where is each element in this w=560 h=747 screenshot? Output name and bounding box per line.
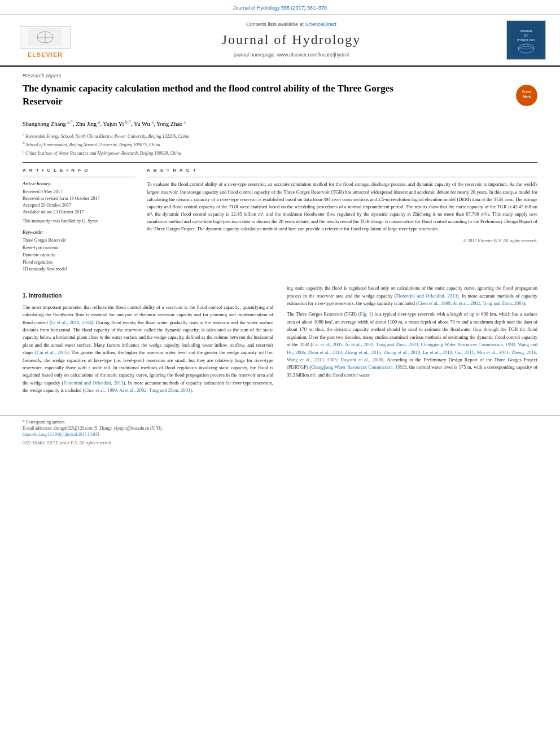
contents-available-text: Contents lists available at ScienceDirec…	[246, 21, 336, 28]
journal-logo-area: JOURNAL OF HYDROLOGY	[504, 20, 549, 60]
divider-abstract	[147, 177, 537, 177]
elsevier-branding: ELSEVIER	[11, 20, 79, 60]
main-col-right: ing static capacity, the flood is regula…	[287, 285, 537, 398]
affiliation-a: a Renewable Energy School, North China E…	[23, 132, 537, 140]
journal-citation: Journal of Hydrology 555 (2017) 361–370	[0, 0, 560, 15]
abstract-col: A B S T R A C T To evaluate the flood co…	[147, 167, 537, 273]
title-row: The dynamic capacity calculation method …	[23, 82, 537, 114]
ref-fiorentini-r[interactable]: Fiorentini and Orlandini, 2013	[396, 293, 457, 299]
article-info-col: A R T I C L E I N F O Article history: R…	[23, 167, 135, 273]
journal-title-area: Contents lists available at ScienceDirec…	[85, 20, 498, 60]
journal-homepage: journal homepage: www.elsevier.com/locat…	[234, 51, 349, 59]
intro-para1: The most important parameter that reflec…	[23, 304, 273, 395]
keyword-river-type: River-type reservoir	[23, 244, 135, 252]
ref-chen-1999[interactable]: Chen et al., 1999; Ai et al., 2002; Tong…	[84, 387, 190, 393]
svg-text:HYDROLOGY: HYDROLOGY	[517, 38, 536, 42]
abstract-text: To evaluate the flood control ability of…	[147, 181, 537, 233]
keywords-section: Keywords: Three Gorges Reservoir River-t…	[23, 229, 135, 273]
sciencedirect-link[interactable]: ScienceDirect	[305, 21, 337, 27]
ref-cai-2005[interactable]: Cai et al., 2005	[37, 350, 67, 355]
intro-para3: The Three Gorges Reservoir (TGR) (Fig. 1…	[287, 311, 537, 379]
elsevier-image	[20, 26, 71, 49]
issn-copyright: 0022-1694/© 2017 Elsevier B.V. All right…	[23, 440, 537, 447]
svg-text:OF: OF	[524, 34, 528, 37]
received-revised-date: Received in revised form 19 October 2017	[23, 195, 135, 202]
journal-title: Journal of Hydrology	[222, 30, 361, 50]
author-zhang: Shanghong Zhang a,*, Zhu Jing a, Yujun Y…	[23, 121, 186, 127]
affiliation-c: c China Institute of Water Resources and…	[23, 148, 537, 157]
email-note: E-mail addresses: zhangsh928@126.com (S.…	[23, 425, 537, 431]
ref-changjiang[interactable]: Changjiang Water Resources Commission, 1…	[311, 364, 405, 370]
article-history: Article history: Received 8 May 2017 Rec…	[23, 181, 135, 225]
elsevier-brand-text: ELSEVIER	[28, 51, 63, 59]
copyright-line: © 2017 Elsevier B.V. All rights reserved…	[147, 238, 537, 244]
authors-line: Shanghong Zhang a,*, Zhu Jing a, Yujun Y…	[23, 119, 537, 128]
intro-para2-right: ing static capacity, the flood is regula…	[287, 285, 537, 307]
ref-fig1[interactable]: Fig. 1	[360, 311, 371, 317]
history-title: Article history:	[23, 181, 135, 187]
doi-link[interactable]: https://doi.org/10.1016/j.jhydrol.2017.1…	[23, 431, 537, 438]
paper-body: Research papers The dynamic capacity cal…	[0, 67, 560, 409]
svg-text:Mark: Mark	[523, 95, 531, 98]
divider-top	[23, 162, 537, 163]
crossmark-badge: Cross Mark	[516, 85, 537, 106]
keyword-1d: 1D unsteady flow model	[23, 266, 135, 273]
paper-title: The dynamic capacity calculation method …	[23, 82, 429, 108]
ref-fiorentini[interactable]: Fiorentini and Orlandini, 2013	[63, 380, 123, 386]
keyword-flood: Flood regulation	[23, 259, 135, 267]
article-info-abstract: A R T I C L E I N F O Article history: R…	[23, 167, 537, 273]
article-info-header: A R T I C L E I N F O	[23, 167, 135, 173]
main-content: 1. Introduction The most important param…	[23, 285, 537, 398]
available-date: Available online 23 October 2017	[23, 209, 135, 216]
ref-chen-r[interactable]: Chen et al., 1999; Ai et al., 2002; Tong…	[418, 300, 524, 306]
received-date: Received 8 May 2017	[23, 189, 135, 195]
intro-heading: 1. Introduction	[23, 291, 273, 300]
svg-text:Cross: Cross	[522, 90, 532, 93]
footer: * Corresponding authors. E-mail addresse…	[0, 415, 560, 451]
svg-text:JOURNAL: JOURNAL	[519, 29, 533, 33]
keywords-title: Keywords:	[23, 229, 135, 236]
divider-info	[23, 177, 135, 177]
accepted-date: Accepted 20 October 2017	[23, 202, 135, 209]
affiliation-b: b School of Environment, Beijing Normal …	[23, 140, 537, 148]
journal-header: ELSEVIER Contents lists available at Sci…	[0, 15, 560, 67]
corresponding-note: * Corresponding authors.	[23, 419, 537, 425]
crossmark-area: Cross Mark	[516, 85, 537, 106]
keyword-tgr: Three Gorges Reservoir	[23, 237, 135, 244]
journal-logo: JOURNAL OF HYDROLOGY	[506, 20, 546, 60]
abstract-header: A B S T R A C T	[147, 167, 537, 173]
affiliations: a Renewable Energy School, North China E…	[23, 132, 537, 156]
keyword-dynamic: Dynamic capacity	[23, 252, 135, 259]
section-tag: Research papers	[23, 72, 537, 80]
ref-li-2010[interactable]: Li et al., 2010, 2014	[51, 320, 92, 325]
handled-by: This manuscript was handled by G. Syme	[23, 218, 135, 225]
main-col-left: 1. Introduction The most important param…	[23, 285, 273, 398]
ref-cai-2005-r[interactable]: Cai et al., 2005; Ai et al., 2002; Tong …	[287, 342, 537, 362]
